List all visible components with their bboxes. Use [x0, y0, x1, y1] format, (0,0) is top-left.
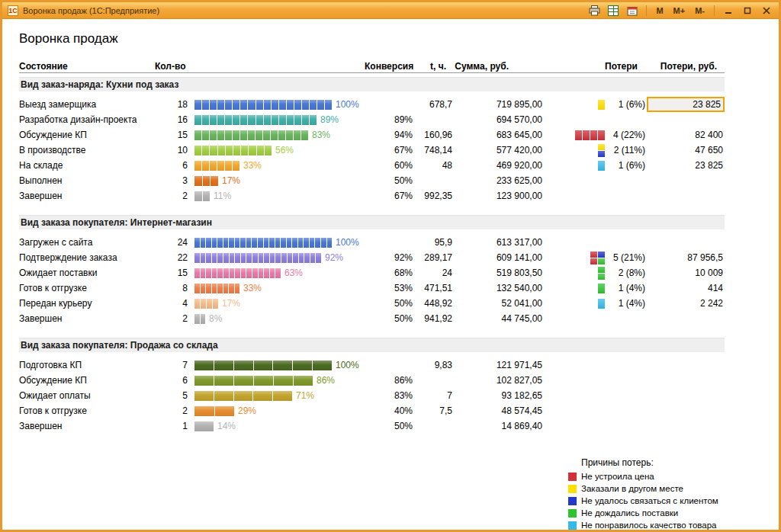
- funnel-bar-cell[interactable]: 83%: [189, 127, 365, 143]
- print-button[interactable]: [587, 4, 601, 17]
- time-cell[interactable]: 748,14: [414, 145, 454, 155]
- loss-rub-cell[interactable]: 47 650: [647, 143, 725, 158]
- loss-bar-cell[interactable]: [544, 280, 605, 296]
- maximize-button[interactable]: [741, 4, 754, 17]
- memory-button-m-plus[interactable]: M+: [671, 4, 688, 17]
- count-cell[interactable]: 2: [153, 191, 189, 201]
- count-cell[interactable]: 5: [153, 390, 189, 401]
- loss-bar-cell[interactable]: [544, 373, 605, 388]
- loss-count-cell[interactable]: 4 (22%): [605, 130, 647, 140]
- funnel-bar-cell[interactable]: 100%: [189, 97, 365, 112]
- loss-bar-cell[interactable]: [544, 250, 605, 265]
- time-cell[interactable]: 7: [414, 390, 454, 401]
- count-cell[interactable]: 2: [153, 313, 189, 324]
- time-cell[interactable]: 289,17: [414, 252, 454, 263]
- time-cell[interactable]: 95,9: [414, 237, 454, 248]
- time-cell[interactable]: 678,7: [414, 99, 454, 110]
- loss-rub-cell[interactable]: [647, 112, 725, 127]
- state-cell[interactable]: Готов к отгрузке: [19, 405, 153, 416]
- loss-bar-cell[interactable]: [544, 127, 605, 143]
- loss-bar-cell[interactable]: [544, 188, 605, 204]
- selected-cell[interactable]: 23 825: [647, 97, 725, 112]
- state-cell[interactable]: В производстве: [19, 145, 153, 155]
- calendar-button[interactable]: [625, 4, 639, 17]
- conversion-cell[interactable]: 89%: [365, 114, 414, 125]
- sum-cell[interactable]: 93 182,65: [454, 390, 544, 401]
- count-cell[interactable]: 16: [153, 114, 189, 125]
- funnel-bar-cell[interactable]: 29%: [189, 403, 365, 418]
- sum-cell[interactable]: 577 420,00: [454, 145, 544, 155]
- conversion-cell[interactable]: 50%: [365, 175, 414, 186]
- state-cell[interactable]: Выполнен: [19, 175, 153, 186]
- loss-rub-cell[interactable]: [647, 311, 725, 326]
- loss-count-cell[interactable]: 1 (6%): [605, 160, 647, 171]
- count-cell[interactable]: 3: [153, 175, 189, 186]
- memory-button-m[interactable]: M: [654, 4, 665, 17]
- funnel-bar-cell[interactable]: 17%: [189, 296, 365, 311]
- sum-cell[interactable]: 694 570,00: [454, 114, 544, 125]
- conversion-cell[interactable]: 83%: [365, 390, 414, 401]
- count-cell[interactable]: 6: [153, 160, 189, 171]
- loss-bar-cell[interactable]: [544, 265, 605, 280]
- loss-bar-cell[interactable]: [544, 173, 605, 188]
- funnel-bar-cell[interactable]: 100%: [189, 235, 365, 250]
- count-cell[interactable]: 1: [153, 421, 189, 431]
- state-cell[interactable]: Подтверждение заказа: [19, 252, 153, 263]
- funnel-bar-cell[interactable]: 92%: [189, 250, 365, 265]
- count-cell[interactable]: 10: [153, 145, 189, 155]
- state-cell[interactable]: Передан курьеру: [19, 298, 153, 309]
- loss-rub-cell[interactable]: [647, 357, 725, 373]
- loss-bar-cell[interactable]: [544, 112, 605, 127]
- time-cell[interactable]: 471,51: [414, 283, 454, 293]
- conversion-cell[interactable]: 86%: [365, 375, 414, 386]
- loss-rub-cell[interactable]: [647, 188, 725, 204]
- funnel-bar-cell[interactable]: 63%: [189, 265, 365, 280]
- loss-bar-cell[interactable]: [544, 143, 605, 158]
- conversion-cell[interactable]: 67%: [365, 191, 414, 201]
- table-button[interactable]: [606, 4, 620, 17]
- minimize-button[interactable]: [722, 4, 735, 17]
- conversion-cell[interactable]: 50%: [365, 421, 414, 431]
- loss-bar-cell[interactable]: [544, 357, 605, 373]
- funnel-bar-cell[interactable]: 100%: [189, 357, 365, 373]
- sum-cell[interactable]: 609 141,00: [454, 252, 544, 263]
- time-cell[interactable]: 941,92: [414, 313, 454, 324]
- loss-bar-cell[interactable]: [544, 235, 605, 250]
- loss-rub-cell[interactable]: 23 825: [647, 158, 725, 173]
- state-cell[interactable]: Ожидает поставки: [19, 268, 153, 278]
- conversion-cell[interactable]: 50%: [365, 298, 414, 309]
- loss-rub-cell[interactable]: 2 242: [647, 296, 725, 311]
- count-cell[interactable]: 8: [153, 283, 189, 293]
- conversion-cell[interactable]: 53%: [365, 283, 414, 293]
- loss-bar-cell[interactable]: [544, 418, 605, 434]
- funnel-bar-cell[interactable]: 71%: [189, 388, 365, 403]
- state-cell[interactable]: Обсуждение КП: [19, 130, 153, 140]
- funnel-bar-cell[interactable]: 56%: [189, 143, 365, 158]
- loss-rub-cell[interactable]: 87 956,5: [647, 250, 725, 265]
- state-cell[interactable]: Завершен: [19, 191, 153, 201]
- funnel-bar-cell[interactable]: 8%: [189, 311, 365, 326]
- time-cell[interactable]: 9,83: [414, 360, 454, 370]
- state-cell[interactable]: Ожидает оплаты: [19, 390, 153, 401]
- conversion-cell[interactable]: 50%: [365, 313, 414, 324]
- sum-cell[interactable]: 121 971,45: [454, 360, 544, 370]
- conversion-cell[interactable]: 40%: [365, 405, 414, 416]
- time-cell[interactable]: 160,96: [414, 130, 454, 140]
- loss-rub-cell[interactable]: [647, 403, 725, 418]
- sum-cell[interactable]: 14 869,40: [454, 421, 544, 431]
- loss-count-cell[interactable]: 1 (4%): [605, 283, 647, 293]
- count-cell[interactable]: 18: [153, 99, 189, 110]
- count-cell[interactable]: 15: [153, 130, 189, 140]
- loss-count-cell[interactable]: 2 (8%): [605, 268, 647, 278]
- state-cell[interactable]: Выезд замерщика: [19, 99, 153, 110]
- funnel-bar-cell[interactable]: 17%: [189, 173, 365, 188]
- memory-button-m-minus[interactable]: M-: [693, 4, 707, 17]
- loss-count-cell[interactable]: 1 (6%): [605, 99, 647, 110]
- conversion-cell[interactable]: 68%: [365, 268, 414, 278]
- sum-cell[interactable]: 519 803,50: [454, 268, 544, 278]
- time-cell[interactable]: 24: [414, 268, 454, 278]
- count-cell[interactable]: 24: [153, 237, 189, 248]
- funnel-bar-cell[interactable]: 11%: [189, 188, 365, 204]
- sum-cell[interactable]: 123 900,00: [454, 191, 544, 201]
- loss-bar-cell[interactable]: [544, 388, 605, 403]
